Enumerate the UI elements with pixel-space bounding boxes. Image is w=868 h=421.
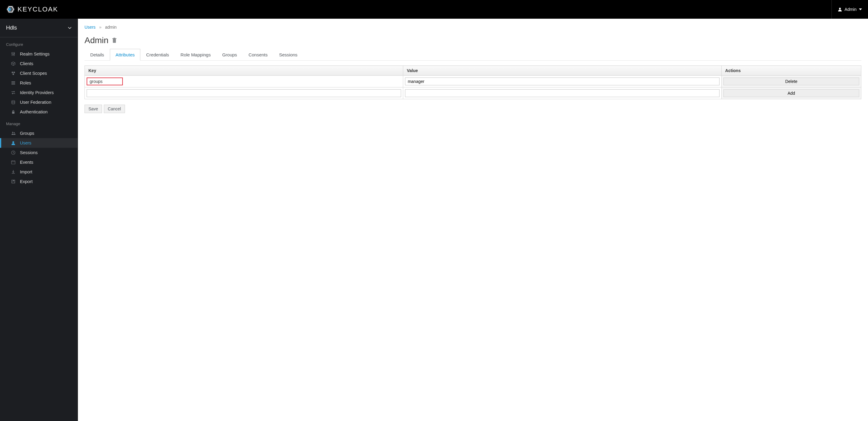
form-actions: Save Cancel (85, 105, 861, 113)
brand-text: KEYCLOAK (18, 5, 58, 13)
svg-rect-22 (11, 161, 15, 164)
sidebar-item-label: Clients (20, 61, 33, 66)
breadcrumb-current: admin (105, 25, 117, 30)
clock-icon (11, 150, 16, 155)
svg-point-16 (12, 100, 15, 102)
section-manage: Manage (0, 117, 78, 128)
attribute-value-input[interactable] (405, 77, 719, 85)
user-label: Admin (844, 7, 857, 12)
svg-rect-13 (11, 82, 15, 82)
tab-sessions[interactable]: Sessions (273, 49, 303, 60)
tab-consents[interactable]: Consents (243, 49, 273, 60)
sliders-icon (11, 52, 16, 56)
svg-point-3 (839, 7, 841, 9)
sidebar-item-import[interactable]: Import (0, 167, 78, 177)
sidebar-item-label: User Federation (20, 100, 51, 105)
page-title: Admin (85, 36, 108, 45)
main-content: Users » admin Admin Details Attributes C… (78, 19, 868, 421)
svg-rect-24 (113, 39, 116, 43)
import-icon (11, 169, 16, 174)
section-configure: Configure (0, 37, 78, 49)
sidebar-item-authentication[interactable]: Authentication (0, 107, 78, 117)
attribute-value-input[interactable] (405, 89, 719, 97)
key-cell: groups (85, 76, 403, 88)
user-icon (11, 140, 16, 145)
column-header-actions: Actions (721, 66, 861, 76)
attribute-key-input[interactable] (87, 89, 401, 97)
chevron-down-icon (859, 8, 862, 10)
sidebar-item-label: Sessions (20, 150, 38, 155)
sidebar-item-users[interactable]: Users (0, 138, 78, 148)
add-button[interactable]: Add (723, 89, 859, 97)
sidebar-item-realm-settings[interactable]: Realm Settings (0, 49, 78, 59)
sidebar-item-clients[interactable]: Clients (0, 59, 78, 68)
sidebar-item-label: Client Scopes (20, 71, 47, 76)
page-header: Admin (85, 36, 861, 45)
svg-rect-14 (11, 83, 15, 83)
chevron-down-icon (68, 27, 71, 29)
tab-credentials[interactable]: Credentials (140, 49, 175, 60)
sidebar-item-label: Export (20, 179, 33, 184)
breadcrumb-parent[interactable]: Users (85, 25, 96, 30)
sidebar-item-label: Identity Providers (20, 90, 54, 95)
sidebar-item-label: Import (20, 169, 32, 174)
key-cell (85, 88, 403, 99)
export-icon (11, 179, 16, 184)
calendar-icon (11, 160, 16, 165)
scopes-icon (11, 71, 16, 76)
svg-point-8 (13, 54, 13, 55)
svg-point-10 (12, 72, 13, 73)
svg-point-20 (12, 141, 14, 143)
breadcrumb-separator: » (99, 25, 101, 30)
user-icon (838, 7, 842, 11)
group-icon (11, 131, 16, 136)
sidebar-item-export[interactable]: Export (0, 177, 78, 186)
delete-button[interactable]: Delete (723, 77, 859, 85)
cube-icon (11, 61, 16, 66)
topbar: KEYCLOAK Admin (0, 0, 868, 19)
sidebar-item-label: Realm Settings (20, 52, 50, 56)
trash-icon[interactable] (112, 38, 117, 43)
svg-point-11 (13, 72, 15, 73)
tab-attributes[interactable]: Attributes (110, 49, 140, 61)
column-header-value: Value (403, 66, 721, 76)
tab-groups[interactable]: Groups (216, 49, 243, 60)
attributes-table: Key Value Actions groups Delete (85, 65, 861, 99)
user-menu[interactable]: Admin (832, 0, 862, 19)
sidebar-item-events[interactable]: Events (0, 157, 78, 167)
brand[interactable]: KEYCLOAK (6, 5, 58, 14)
tab-role-mappings[interactable]: Role Mappings (175, 49, 216, 60)
sidebar-item-sessions[interactable]: Sessions (0, 148, 78, 157)
svg-rect-5 (13, 52, 13, 56)
list-icon (11, 80, 16, 85)
attribute-key-highlighted[interactable]: groups (87, 77, 123, 85)
exchange-icon (11, 90, 16, 95)
action-cell: Delete (721, 76, 861, 88)
database-icon (11, 100, 16, 105)
sidebar-item-groups[interactable]: Groups (0, 128, 78, 138)
save-button[interactable]: Save (85, 105, 102, 113)
breadcrumb: Users » admin (85, 22, 861, 36)
sidebar-item-client-scopes[interactable]: Client Scopes (0, 68, 78, 78)
keycloak-logo-icon (6, 5, 15, 14)
table-row: groups Delete (85, 76, 861, 88)
svg-rect-6 (14, 52, 15, 56)
sidebar-item-user-federation[interactable]: User Federation (0, 97, 78, 107)
sidebar-item-label: Events (20, 160, 33, 165)
tab-details[interactable]: Details (85, 49, 110, 60)
svg-point-19 (13, 132, 15, 133)
svg-rect-17 (12, 111, 14, 114)
cancel-button[interactable]: Cancel (104, 105, 125, 113)
svg-point-18 (12, 132, 13, 133)
realm-selector[interactable]: Hdls (0, 19, 78, 37)
value-cell (403, 88, 721, 99)
sidebar-item-roles[interactable]: Roles (0, 78, 78, 88)
svg-point-12 (13, 73, 14, 75)
svg-rect-25 (112, 38, 117, 39)
sidebar-item-label: Users (20, 140, 31, 145)
sidebar-item-label: Authentication (20, 109, 48, 114)
svg-rect-15 (11, 84, 15, 85)
sidebar-item-identity-providers[interactable]: Identity Providers (0, 88, 78, 97)
table-row: Add (85, 88, 861, 99)
sidebar-item-label: Groups (20, 131, 34, 136)
